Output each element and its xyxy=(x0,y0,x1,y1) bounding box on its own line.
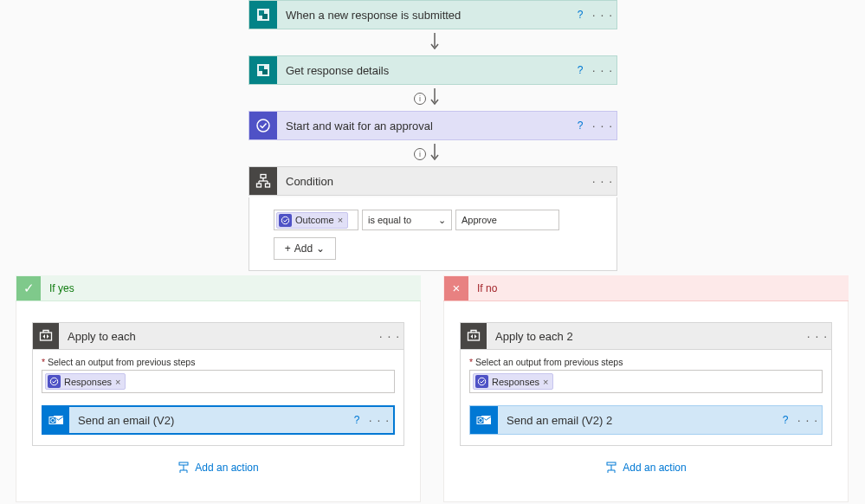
responses-token-label: Responses xyxy=(492,377,539,387)
responses-token[interactable]: Responses × xyxy=(45,373,126,390)
add-action-icon xyxy=(178,462,190,474)
approval-more[interactable]: · · · xyxy=(589,119,616,132)
plus-icon: + xyxy=(285,242,291,255)
connector-arrow xyxy=(430,144,436,163)
condition-left-operand[interactable]: Outcome × xyxy=(274,210,358,230)
approval-token-icon xyxy=(48,375,61,388)
forms-icon xyxy=(249,1,277,29)
trigger-title: When a new response is submitted xyxy=(277,9,571,22)
approval-step[interactable]: Start and wait for an approval ? · · · xyxy=(249,111,617,140)
output-field-input[interactable]: Responses × xyxy=(42,370,395,393)
svg-rect-2 xyxy=(262,14,268,19)
help-icon[interactable]: ? xyxy=(571,64,589,76)
email-2-more[interactable]: · · · xyxy=(794,413,822,427)
chevron-down-icon: ⌄ xyxy=(316,242,325,255)
trigger-step[interactable]: When a new response is submitted ? · · · xyxy=(249,0,617,29)
ate-more[interactable]: · · · xyxy=(376,329,403,343)
condition-value: Approve xyxy=(462,215,497,225)
svg-rect-11 xyxy=(257,184,261,187)
svg-rect-28 xyxy=(468,333,480,340)
add-label: Add xyxy=(294,242,313,255)
svg-point-17 xyxy=(281,216,288,223)
approval-icon xyxy=(249,112,277,139)
output-field-input[interactable]: Responses × xyxy=(469,370,823,393)
svg-rect-4 xyxy=(257,64,269,76)
svg-rect-1 xyxy=(259,10,264,16)
svg-rect-33 xyxy=(607,462,616,465)
svg-rect-0 xyxy=(257,9,269,21)
help-icon[interactable]: ? xyxy=(777,414,794,426)
svg-rect-20 xyxy=(54,416,63,424)
get-details-step[interactable]: Get response details ? · · · xyxy=(249,55,617,85)
responses-token-label: Responses xyxy=(64,377,112,387)
add-action-label: Add an action xyxy=(195,462,258,474)
svg-point-8 xyxy=(257,120,269,132)
outcome-token-label: Outcome xyxy=(295,215,334,225)
svg-rect-23 xyxy=(179,462,188,465)
condition-icon xyxy=(249,167,277,195)
connector-arrow xyxy=(430,88,436,107)
output-field-label: * Select an output from previous steps xyxy=(42,357,395,367)
email-more[interactable]: · · · xyxy=(365,413,393,427)
flow-canvas: When a new response is submitted ? · · ·… xyxy=(0,0,865,504)
loop-icon xyxy=(33,323,59,349)
remove-token[interactable]: × xyxy=(543,377,548,387)
apply-to-each-body: * Select an output from previous steps R… xyxy=(32,350,404,446)
send-email-step[interactable]: Send an email (V2) ? · · · xyxy=(42,405,395,435)
info-icon[interactable]: i xyxy=(414,93,426,105)
outlook-icon xyxy=(43,407,69,433)
trigger-more[interactable]: · · · xyxy=(589,8,616,22)
add-action-button[interactable]: Add an action xyxy=(460,462,832,474)
svg-rect-21 xyxy=(49,417,56,424)
apply-to-each-2-step[interactable]: Apply to each 2 · · · xyxy=(460,322,832,350)
if-no-header: × If no xyxy=(443,275,849,301)
apply-to-each-title: Apply to each xyxy=(59,330,376,343)
send-email-2-step[interactable]: Send an email (V2) 2 ? · · · xyxy=(469,405,823,435)
forms-icon xyxy=(249,56,277,84)
send-email-2-title: Send an email (V2) 2 xyxy=(498,414,777,427)
operator-select[interactable]: is equal to ⌄ xyxy=(362,210,452,230)
help-icon[interactable]: ? xyxy=(571,120,589,132)
if-no-label: If no xyxy=(477,282,497,294)
apply-to-each-2-title: Apply to each 2 xyxy=(487,330,804,343)
add-action-icon xyxy=(605,462,617,474)
responses-token[interactable]: Responses × xyxy=(473,373,553,390)
condition-value-input[interactable]: Approve xyxy=(455,210,559,230)
apply-to-each-step[interactable]: Apply to each · · · xyxy=(32,322,404,350)
approval-title: Start and wait for an approval xyxy=(277,120,571,132)
svg-rect-18 xyxy=(41,333,52,340)
if-no-body: Apply to each 2 · · · * Select an output… xyxy=(443,301,849,502)
approval-token-icon xyxy=(279,214,292,227)
condition-more[interactable]: · · · xyxy=(589,174,616,188)
if-yes-header: ✓ If yes xyxy=(16,275,421,301)
condition-step[interactable]: Condition · · · xyxy=(249,166,617,196)
svg-rect-12 xyxy=(266,184,270,187)
remove-token[interactable]: × xyxy=(115,377,120,387)
condition-title: Condition xyxy=(277,175,589,188)
check-icon: ✓ xyxy=(16,276,41,300)
help-icon[interactable]: ? xyxy=(348,414,365,426)
outcome-token[interactable]: Outcome × xyxy=(276,212,348,229)
svg-point-29 xyxy=(478,378,485,384)
output-field-label: * Select an output from previous steps xyxy=(469,357,823,367)
get-details-more[interactable]: · · · xyxy=(589,63,616,77)
svg-point-19 xyxy=(50,378,57,384)
add-action-button[interactable]: Add an action xyxy=(32,462,404,474)
svg-rect-31 xyxy=(477,417,484,424)
operator-value: is equal to xyxy=(368,215,411,225)
svg-point-32 xyxy=(479,418,482,422)
get-details-title: Get response details xyxy=(277,64,571,77)
if-yes-body: Apply to each · · · * Select an output f… xyxy=(16,301,421,502)
svg-rect-10 xyxy=(261,175,266,178)
svg-rect-30 xyxy=(481,416,491,424)
help-icon[interactable]: ? xyxy=(571,9,589,21)
chevron-down-icon: ⌄ xyxy=(438,215,446,226)
ate-2-more[interactable]: · · · xyxy=(804,329,831,343)
remove-token[interactable]: × xyxy=(338,215,343,225)
add-action-label: Add an action xyxy=(623,462,686,474)
info-icon[interactable]: i xyxy=(414,148,426,160)
send-email-title: Send an email (V2) xyxy=(69,414,348,427)
add-condition-button[interactable]: + Add ⌄ xyxy=(274,237,336,260)
svg-rect-5 xyxy=(259,66,264,71)
connector-arrow xyxy=(430,33,436,52)
